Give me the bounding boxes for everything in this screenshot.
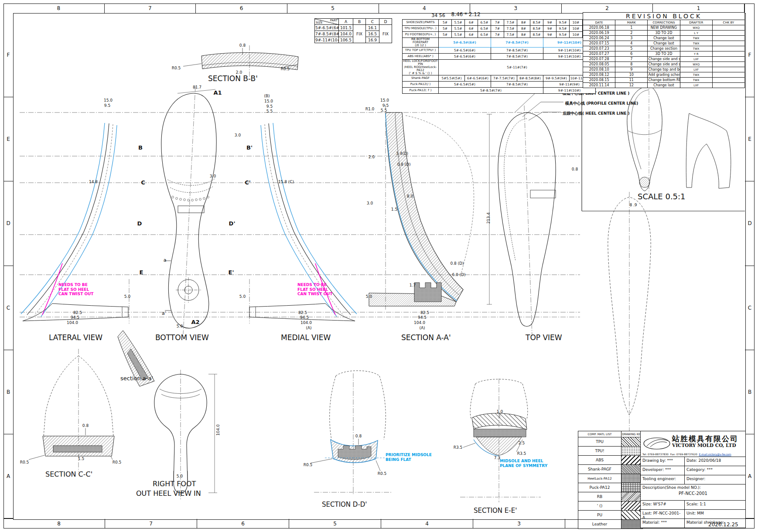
- company-tel: Tel: 0769-88737830: [642, 453, 669, 456]
- date-value: 2020/06/18: [698, 458, 721, 463]
- description-value: PF-NCC-2001: [642, 491, 744, 496]
- size-label: Size:: [642, 502, 652, 506]
- abcd-col-d: D: [379, 19, 392, 25]
- grading-row: RB BOTTOM FOREPART (/0 12 )5#-6.5#(6#)7#…: [403, 38, 596, 48]
- revision-row: 2020.07.154Change lastTWX: [583, 41, 745, 46]
- abcd-corner-top: PART: [330, 19, 338, 22]
- datum-lines: [20, 45, 629, 502]
- grading-header-row: SHOE(SIZE)/PARTS5#5.5#6#6.5#7#7.5#8#8.5#…: [403, 20, 596, 26]
- revision-row: 2020.11.1412Change lastLXF: [583, 83, 745, 88]
- revision-cell: [712, 36, 744, 41]
- abcd-b-merged: FIX: [353, 25, 366, 43]
- matl-swatch: [621, 492, 643, 501]
- material-value: ***: [661, 520, 667, 525]
- heel-view: [154, 374, 217, 493]
- revision-cell: 7: [615, 57, 648, 62]
- matl-row: ABS: [578, 456, 643, 465]
- abcd-col-c: C: [366, 19, 379, 25]
- grading-schedule-table: SHOE(SIZE)/PARTS5#5.5#6#6.5#7#7.5#8#8.5#…: [402, 19, 596, 94]
- grading-cell: 7#-8.5#(7#): [491, 82, 543, 88]
- matl-name: HeelLock-PA12: [578, 474, 621, 483]
- matl-row: TPU: [578, 437, 643, 447]
- abcd-row-size: 5#-6.5#(6#): [315, 25, 339, 31]
- developer-value: ***: [665, 467, 671, 472]
- revision-cell: TWX: [680, 46, 712, 51]
- grading-cell: 5#-11#(7#): [439, 60, 596, 75]
- company-fax: Fax: 0769-88737620: [670, 453, 697, 456]
- grading-cell: 6#-6.5#(6#): [465, 75, 491, 82]
- grading-row-label: PU FOOTBED(PU+, ): [403, 32, 439, 38]
- revision-cell: [712, 31, 744, 36]
- matl-row: PU: [578, 511, 643, 520]
- description-label: Description(Shoe model NO.):: [642, 485, 744, 490]
- grading-cell: 5#-8.5#(7#): [439, 88, 543, 94]
- abcd-cell: 101.5: [339, 25, 353, 31]
- revision-cell: 11: [615, 78, 648, 83]
- bottom-view: [161, 89, 216, 328]
- grading-row: Shank-PAGF5#5.5#(5#)6#-6.5#(6#)7#-7.5#(7…: [403, 75, 596, 82]
- grading-row-label: TPU MIDSOLE(TPU-. ): [403, 26, 439, 32]
- scale-label: Scale:: [686, 502, 698, 506]
- drawing-by-value: ***: [667, 458, 673, 463]
- matl-name: TPU!: [578, 447, 621, 456]
- revision-cell: [712, 67, 744, 72]
- revision-cell: WXQ: [680, 62, 712, 67]
- revision-row: 2020.08.109Change top and bottomLXF: [583, 67, 745, 72]
- revision-cell: LXF: [680, 57, 712, 62]
- grading-size-header: 7.5#: [504, 20, 517, 26]
- revision-cell: 2020.07.15: [583, 41, 615, 46]
- grading-cell: 7.5#: [504, 26, 517, 32]
- matl-swatch: [621, 511, 643, 520]
- grading-cell: 7#-8.5#(7#): [491, 38, 543, 48]
- grading-row-label: RB BOTTOM FOREPART (/0 12 ): [403, 38, 439, 48]
- grading-cell: 9#: [543, 26, 557, 32]
- matl-row: HeelLock-PA12: [578, 474, 643, 483]
- revision-cell: 2020.08.15: [583, 78, 615, 83]
- matl-swatch: [621, 501, 643, 511]
- matl-swatch: [621, 474, 643, 483]
- grading-cell: 5#-6.5#(6#): [439, 54, 491, 60]
- grading-row: Puck-PA12( 7 )5#-8.5#(7#)9#-11#(10#): [403, 88, 596, 94]
- grading-cell: 9.5#: [557, 32, 570, 38]
- category-label: Category:: [686, 467, 706, 472]
- revision-cell: 2020.06.18: [583, 25, 615, 31]
- revision-cell: Change last: [648, 41, 680, 46]
- grading-size-header: 5.5#: [452, 20, 465, 26]
- drawing-key-header: DRAWING KEY: [621, 431, 643, 437]
- grading-size-header: 8#: [517, 20, 530, 26]
- matl-swatch: [621, 456, 643, 465]
- revision-cell: Change bottom RB: [648, 78, 680, 83]
- grading-cell: 5.5#: [452, 32, 465, 38]
- matl-row: TPU!: [578, 447, 643, 456]
- abcd-cell: 106.5: [339, 37, 353, 43]
- abcd-col-b: B: [353, 19, 366, 25]
- revision-cell: 2020.07.28: [583, 57, 615, 62]
- grading-size-header: 7#: [491, 20, 504, 26]
- abcd-cell: 16.1: [366, 25, 379, 31]
- abcd-cell: 16.9: [366, 37, 379, 43]
- top-view: [498, 113, 556, 327]
- grading-cell: 8#: [517, 32, 530, 38]
- grading-cell: 6.5#: [478, 32, 491, 38]
- revision-cell: 12: [615, 83, 648, 88]
- revision-header-row: DATEMARKCORRECTIONSDRAFTERCHK BY: [583, 20, 745, 25]
- date-label: Date:: [686, 458, 697, 463]
- grading-row: HEEL LOCK/FOREFOOT PIN /HEEL ROD/HeelLoc…: [403, 60, 596, 75]
- revision-row: 2020.07.235Change sectionTWX: [583, 46, 745, 51]
- grading-size-header: 6#: [465, 20, 478, 26]
- revision-cell: [712, 46, 744, 51]
- matl-name: ABS: [578, 456, 621, 465]
- revision-cell: 2020.11.14: [583, 83, 615, 88]
- company-logo: [642, 435, 671, 452]
- grading-cell: 7.5#: [504, 32, 517, 38]
- matl-name: TPU: [578, 437, 621, 447]
- grading-row: ABS HEEL(ABS* )5#-6.5#(6#)7#-8.5#(7#)9#-…: [403, 54, 596, 60]
- title-block-row: Developer: *** Category: ***: [641, 466, 745, 475]
- revision-cell: 3D TO 2D: [648, 31, 680, 36]
- matl-row: Shank-PAGF: [578, 465, 643, 474]
- revision-cell: 3: [615, 36, 648, 41]
- abcd-row-size: 9#-11#(10#): [315, 37, 339, 43]
- unit-value: MM: [697, 511, 704, 515]
- revision-header: MARK: [615, 20, 648, 25]
- grading-size-header: 5#: [439, 20, 452, 26]
